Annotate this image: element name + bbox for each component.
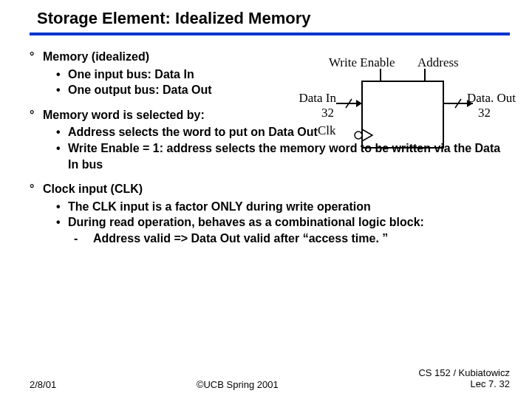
footer: 2/8/01 ©UCB Spring 2001 CS 152 / Kubiato… bbox=[0, 367, 532, 390]
svg-point-9 bbox=[355, 132, 362, 139]
footer-course: CS 152 / Kubiatowicz bbox=[418, 367, 510, 378]
bullet-degree: ° bbox=[30, 181, 43, 197]
label-data-in: Data In bbox=[296, 91, 336, 106]
bullet-text: One input bus: Data In bbox=[68, 66, 194, 83]
label-clk: Clk bbox=[318, 123, 336, 138]
bullet-text: One output bus: Data Out bbox=[68, 82, 212, 98]
bullet-text: Address valid => Data Out valid after “a… bbox=[93, 231, 388, 247]
footer-copyright: ©UCB Spring 2001 bbox=[197, 379, 279, 390]
memory-diagram: Write Enable Address Data In 32 Clk Data… bbox=[296, 55, 517, 155]
bullet-degree: ° bbox=[30, 107, 43, 123]
bullet-dash: - bbox=[74, 231, 86, 247]
bullet-text: During read operation, behaves as a comb… bbox=[68, 214, 424, 231]
bullet-dot: • bbox=[56, 66, 68, 83]
footer-lecture: Lec 7. 32 bbox=[470, 378, 510, 389]
bullet-dot: • bbox=[56, 214, 68, 231]
bullet-dot: • bbox=[56, 124, 68, 140]
bullet-text: The CLK input is a factor ONLY during wr… bbox=[68, 199, 371, 215]
slide-title: Storage Element: Idealized Memory bbox=[37, 9, 532, 28]
label-write-enable: Write Enable bbox=[329, 55, 395, 70]
footer-date: 2/8/01 bbox=[30, 379, 56, 390]
bullet-dot: • bbox=[56, 82, 68, 98]
label-data-in-bits: 32 bbox=[321, 106, 334, 120]
label-address: Address bbox=[417, 55, 459, 70]
bullet-dot: • bbox=[56, 199, 68, 215]
bullet-text: Memory word is selected by: bbox=[43, 107, 205, 123]
svg-marker-4 bbox=[356, 100, 362, 107]
label-data-out-bits: 32 bbox=[478, 106, 491, 120]
bullet-degree: ° bbox=[30, 49, 43, 65]
bullet-dot: • bbox=[56, 140, 68, 172]
label-data-out: Data. Out bbox=[467, 91, 516, 106]
bullet-text: Clock input (CLK) bbox=[43, 181, 143, 197]
bullet-text: Address selects the word to put on Data … bbox=[68, 124, 318, 140]
svg-rect-0 bbox=[362, 81, 443, 148]
bullet-text: Memory (idealized) bbox=[43, 49, 149, 65]
